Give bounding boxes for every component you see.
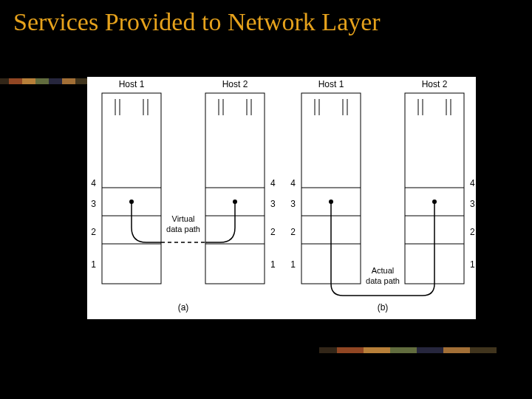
b-h1-layer3: 3 <box>290 199 296 209</box>
b-host2-label: Host 2 <box>422 79 448 89</box>
accent-bar-bottom <box>319 347 497 353</box>
a-h1-layer1: 1 <box>91 259 96 270</box>
a-virtual-label-1: Virtual <box>172 214 195 223</box>
b-caption: (b) <box>378 302 389 313</box>
b-h1-layer4: 4 <box>290 178 296 188</box>
svg-rect-8 <box>205 93 265 284</box>
a-host2-stack <box>205 93 265 284</box>
b-h2-layer3: 3 <box>470 199 475 209</box>
a-h1-layer3: 3 <box>91 199 96 209</box>
a-virtual-label-2: data path <box>166 225 200 233</box>
b-h2-layer2: 2 <box>470 227 475 237</box>
b-actual-label-2: data path <box>366 276 400 285</box>
diagram: Host 1 Host 2 4 3 2 1 4 3 2 1 Virtual da… <box>87 77 476 319</box>
b-h2-layer4: 4 <box>470 178 475 188</box>
a-host1-stack <box>102 93 161 284</box>
a-host2-label: Host 2 <box>222 79 248 89</box>
a-h2-layer3: 3 <box>270 199 276 209</box>
accent-bar-top <box>0 78 89 84</box>
b-h1-layer1: 1 <box>290 259 296 270</box>
a-h1-layer4: 4 <box>91 178 96 188</box>
svg-rect-0 <box>102 93 161 284</box>
page-title: Services Provided to Network Layer <box>0 0 532 41</box>
a-h2-layer4: 4 <box>270 178 276 188</box>
b-actual-label-1: Actual <box>372 266 395 275</box>
diagram-svg: Host 1 Host 2 4 3 2 1 4 3 2 1 Virtual da… <box>87 77 476 319</box>
b-h2-layer1: 1 <box>470 259 475 270</box>
a-caption: (a) <box>178 302 189 313</box>
a-h2-layer2: 2 <box>270 227 276 237</box>
a-host1-label: Host 1 <box>119 79 145 89</box>
a-h2-layer1: 1 <box>270 259 276 270</box>
b-h1-layer2: 2 <box>290 227 296 237</box>
b-host1-label: Host 1 <box>318 79 344 89</box>
a-h1-layer2: 2 <box>91 227 96 237</box>
